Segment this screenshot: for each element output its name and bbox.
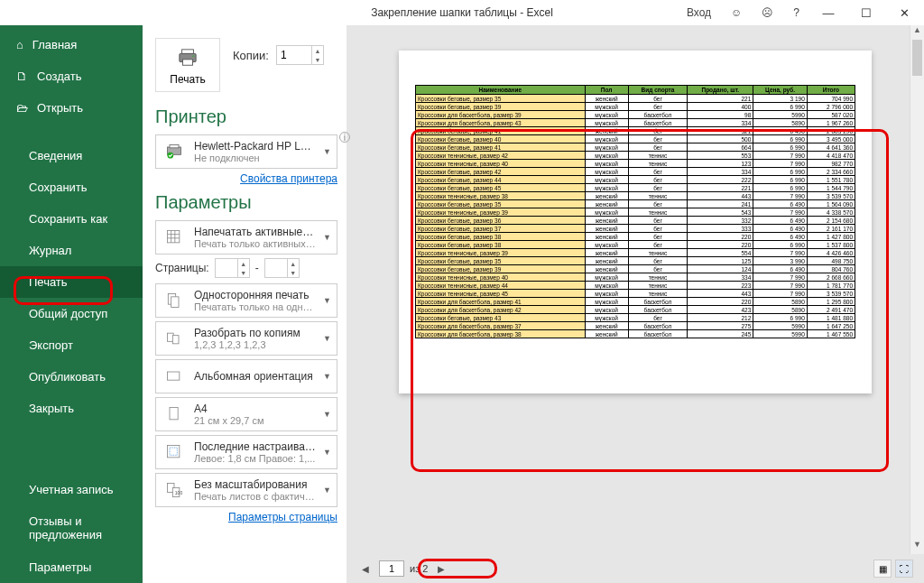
print-preview-area: НаименованиеПолВид спортаПродано, шт.Цен…	[346, 25, 924, 583]
page-total: из 2	[410, 563, 428, 574]
info-icon[interactable]: i	[339, 132, 350, 143]
page-to-input[interactable]: ▲▼	[264, 258, 300, 278]
pager: ◀ из 2 ▶ ▦ ⛶	[346, 554, 924, 583]
svg-rect-16	[168, 372, 180, 380]
svg-rect-15	[172, 336, 179, 344]
printer-select[interactable]: Hewlett-Packard HP LaserJe...Не подключе…	[155, 134, 337, 169]
minimize-button[interactable]: —	[812, 0, 845, 25]
face-sad-icon[interactable]: ☹	[754, 3, 781, 23]
chevron-down-icon: ▼	[323, 448, 331, 457]
chevron-down-icon: ▼	[323, 410, 331, 419]
copies-control: Копии: ▲▼	[233, 45, 324, 65]
nav-home[interactable]: ⌂Главная	[0, 29, 143, 60]
nav-feedback[interactable]: Отзывы ипредложения	[0, 505, 143, 551]
zoom-to-page-button[interactable]: ⛶	[895, 560, 913, 578]
copies-input[interactable]: ▲▼	[276, 45, 324, 65]
print-what-select[interactable]: Напечатать активные листыПечать только а…	[155, 220, 337, 254]
scale-select[interactable]: 100 Без масштабированияПечать листов с ф…	[155, 473, 337, 507]
backstage-sidebar: ⌂Главная 🗋Создать 🗁Открыть Сведения Сохр…	[0, 25, 143, 583]
page-from-input[interactable]: ▲▼	[215, 258, 250, 278]
params-heading: Параметры	[155, 192, 337, 213]
preview-scrollbar[interactable]: ▲ ▼	[910, 25, 924, 554]
titlebar: Закрепление шапки таблицы - Excel Вход ☺…	[0, 0, 924, 25]
page-setup-link[interactable]: Параметры страницы	[155, 511, 337, 523]
preview-table: НаименованиеПолВид спортаПродано, шт.Цен…	[415, 85, 855, 338]
maximize-button[interactable]: ☐	[850, 0, 882, 25]
nav-save[interactable]: Сохранить	[0, 171, 143, 203]
window-title: Закрепление шапки таблицы - Excel	[371, 6, 553, 19]
paper-icon	[162, 402, 187, 427]
nav-close[interactable]: Закрыть	[0, 393, 143, 424]
nav-account[interactable]: Учетная запись	[0, 474, 143, 505]
printer-heading: Принтер	[155, 106, 337, 127]
prev-page-button[interactable]: ◀	[357, 560, 374, 577]
nav-share[interactable]: Общий доступ	[0, 298, 143, 329]
svg-rect-18	[168, 446, 180, 458]
margins-select[interactable]: Последние настраиваемы...Левое: 1,8 см П…	[155, 435, 337, 469]
landscape-icon	[162, 364, 187, 389]
nav-options[interactable]: Параметры	[0, 551, 143, 583]
collate-select[interactable]: Разобрать по копиям1,2,3 1,2,3 1,2,3 ▼	[155, 321, 337, 356]
svg-rect-0	[182, 50, 194, 54]
nav-new[interactable]: 🗋Создать	[0, 60, 143, 92]
margins-icon	[162, 440, 187, 465]
nav-export[interactable]: Экспорт	[0, 329, 143, 361]
next-page-button[interactable]: ▶	[433, 560, 449, 577]
nav-history[interactable]: Журнал	[0, 235, 143, 266]
chevron-down-icon: ▼	[323, 334, 331, 343]
printer-properties-link[interactable]: Свойства принтера	[155, 172, 337, 185]
open-icon: 🗁	[16, 101, 28, 115]
chevron-down-icon: ▼	[323, 372, 331, 381]
svg-rect-17	[170, 408, 178, 420]
sheets-icon	[162, 225, 187, 250]
spin-down[interactable]: ▼	[312, 55, 323, 64]
close-button[interactable]: ✕	[888, 0, 920, 25]
nav-open[interactable]: 🗁Открыть	[0, 92, 143, 124]
chevron-down-icon: ▼	[323, 296, 331, 305]
svg-rect-13	[171, 297, 179, 308]
login-link[interactable]: Вход	[679, 3, 718, 23]
show-margins-button[interactable]: ▦	[873, 560, 892, 578]
face-happy-icon[interactable]: ☺	[724, 3, 749, 23]
nav-print[interactable]: Печать	[0, 266, 143, 298]
paper-select[interactable]: A421 см x 29,7 см ▼	[155, 397, 337, 431]
scale-icon: 100	[162, 477, 187, 503]
home-icon: ⌂	[16, 38, 23, 51]
svg-rect-7	[168, 231, 180, 243]
nav-info[interactable]: Сведения	[0, 140, 143, 171]
collate-icon	[162, 326, 187, 351]
one-side-icon	[162, 288, 187, 313]
svg-point-3	[193, 55, 195, 57]
nav-publish[interactable]: Опубликовать	[0, 361, 143, 393]
duplex-select[interactable]: Односторонняя печатьПечатать только на о…	[155, 283, 337, 318]
svg-rect-5	[170, 145, 179, 148]
print-settings-panel: Печать Принтер Hewlett-Packard HP LaserJ…	[143, 25, 346, 583]
svg-text:100: 100	[175, 490, 183, 495]
pages-range: Страницы: ▲▼ - ▲▼	[155, 258, 337, 278]
chevron-down-icon: ▼	[323, 233, 331, 242]
chevron-down-icon: ▼	[323, 486, 331, 495]
page-number-input[interactable]	[379, 560, 404, 577]
chevron-down-icon: ▼	[323, 147, 331, 156]
spin-up[interactable]: ▲	[312, 46, 323, 55]
svg-rect-2	[183, 60, 193, 65]
printer-status-icon	[162, 139, 187, 164]
new-icon: 🗋	[16, 69, 28, 83]
help-icon[interactable]: ?	[786, 3, 807, 23]
print-button[interactable]: Печать	[155, 38, 220, 92]
orientation-select[interactable]: Альбомная ориентация ▼	[155, 359, 337, 393]
printer-icon	[175, 48, 200, 68]
nav-saveas[interactable]: Сохранить как	[0, 203, 143, 235]
preview-page: НаименованиеПолВид спортаПродано, шт.Цен…	[399, 51, 872, 393]
